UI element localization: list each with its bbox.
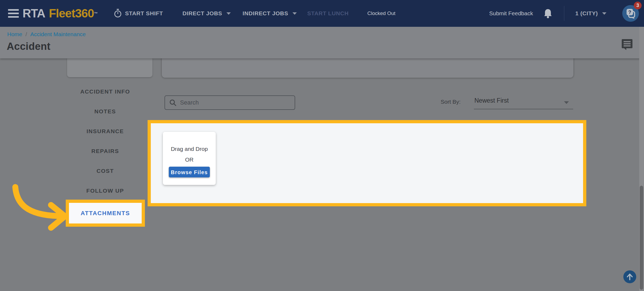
brand-rta: RTA — [23, 7, 45, 20]
menu-hamburger-icon[interactable] — [8, 0, 19, 27]
brand-fleet: Fleet — [49, 7, 75, 20]
indirect-jobs-label: INDIRECT JOBS — [243, 10, 288, 17]
top-navbar: RTAFleet360™ START SHIFT DIRECT JOBS IND… — [0, 0, 644, 27]
sidebar-item-repairs[interactable]: REPAIRS — [65, 147, 145, 156]
brand-logo[interactable]: RTAFleet360™ — [23, 0, 98, 27]
search-icon — [169, 99, 176, 106]
sort-by-select[interactable]: Newest First — [474, 96, 573, 109]
start-shift-button[interactable]: START SHIFT — [114, 0, 163, 27]
sort-by-value: Newest First — [474, 97, 509, 104]
page-header: Home / Accident Maintenance Accident — [0, 27, 644, 58]
caret-down-icon — [226, 12, 231, 15]
scroll-to-top-button[interactable] — [623, 270, 636, 283]
submit-feedback-label: Submit Feedback — [489, 10, 533, 17]
bell-icon — [543, 8, 553, 19]
sidebar-item-accident-info[interactable]: ACCIDENT INFO — [65, 87, 145, 96]
sidebar-item-follow-up[interactable]: FOLLOW UP — [65, 186, 145, 195]
comment-icon — [621, 39, 633, 50]
stopwatch-icon — [114, 9, 122, 18]
start-shift-label: START SHIFT — [125, 10, 163, 17]
caret-down-icon — [602, 12, 606, 15]
submit-feedback-link[interactable]: Submit Feedback — [489, 0, 533, 27]
sidebar-item-cost[interactable]: COST — [65, 166, 145, 176]
breadcrumb-current-link[interactable]: Accident Maintenance — [30, 31, 86, 38]
sort-by-label: Sort By: — [441, 99, 461, 105]
search-input[interactable] — [180, 99, 281, 106]
drag-drop-label: Drag and Drop — [163, 146, 216, 152]
clock-status-label: Clocked Out — [367, 10, 396, 16]
brand-trademark: ™ — [94, 11, 98, 16]
svg-text:?: ? — [628, 10, 631, 15]
start-lunch-button: START LUNCH — [307, 0, 349, 27]
navbar-divider — [564, 6, 564, 21]
scrollbar-thumb[interactable] — [640, 186, 643, 290]
sidebar-item-insurance[interactable]: INSURANCE — [65, 127, 145, 136]
caret-down-icon — [292, 12, 297, 15]
or-label: OR — [163, 156, 216, 163]
direct-jobs-menu[interactable]: DIRECT JOBS — [182, 0, 231, 27]
indirect-jobs-menu[interactable]: INDIRECT JOBS — [243, 0, 297, 27]
notifications-button[interactable] — [543, 0, 553, 27]
arrow-up-icon — [626, 273, 634, 281]
annotation-arrow — [8, 169, 72, 236]
comments-button[interactable] — [621, 39, 633, 51]
caret-down-icon — [564, 101, 569, 104]
start-lunch-label: START LUNCH — [307, 10, 349, 17]
breadcrumb-separator: / — [25, 31, 27, 38]
breadcrumb-home-link[interactable]: Home — [7, 31, 22, 38]
brand-360: 360 — [75, 7, 94, 20]
clock-status: Clocked Out — [367, 0, 396, 27]
sidebar-item-notes[interactable]: NOTES — [65, 107, 145, 116]
sidebar-item-attachments[interactable]: ATTACHMENTS — [66, 200, 145, 227]
attachments-tab-label: ATTACHMENTS — [81, 210, 130, 217]
page-title: Accident — [7, 41, 50, 52]
site-selector[interactable]: 1 (CITY) — [575, 0, 606, 27]
notification-badge: 3 — [634, 2, 642, 9]
app-screen: RTAFleet360™ START SHIFT DIRECT JOBS IND… — [0, 0, 644, 291]
breadcrumb: Home / Accident Maintenance — [7, 31, 86, 38]
attachments-search — [164, 95, 295, 110]
badge-count: 3 — [636, 3, 639, 8]
upload-card: Drag and Drop OR Browse Files — [163, 132, 216, 185]
direct-jobs-label: DIRECT JOBS — [182, 10, 222, 17]
site-selector-label: 1 (CITY) — [575, 10, 598, 17]
browse-files-button[interactable]: Browse Files — [169, 167, 210, 177]
